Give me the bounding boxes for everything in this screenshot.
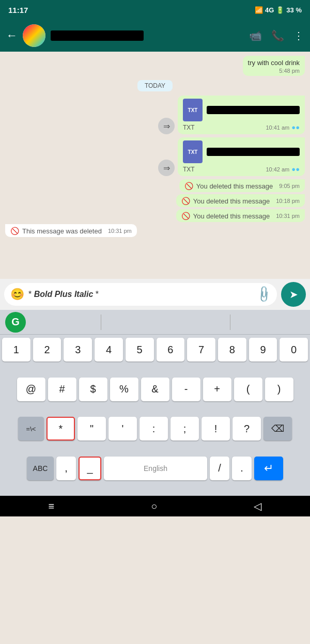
key-percent[interactable]: % [110, 378, 138, 401]
key-period[interactable]: . [232, 457, 252, 480]
key-ampersand[interactable]: & [141, 378, 169, 401]
old-message-text: try with cool drink [248, 59, 300, 67]
key-at[interactable]: @ [17, 378, 45, 401]
key-spacebar[interactable]: English [104, 457, 207, 480]
send-button[interactable]: ➤ [281, 282, 306, 307]
key-underscore[interactable]: _ [79, 457, 101, 480]
key-4[interactable]: 4 [95, 338, 123, 362]
ban-icon-1: 🚫 [184, 182, 193, 190]
key-question[interactable]: ? [233, 417, 261, 441]
header-icons: 📹 📞 ⋮ [249, 29, 304, 42]
bottom-row: ABC , _ English / . ↵ [2, 457, 308, 493]
key-7[interactable]: 7 [187, 338, 215, 362]
status-bar: 11:17 📶 4G 🔋 33 % [0, 0, 310, 20]
forward-icon-1[interactable]: ⇒ [158, 118, 175, 134]
chat-area: try with cool drink 5:48 pm TODAY ⇒ TXT … [0, 52, 310, 279]
key-dollar[interactable]: $ [79, 378, 107, 401]
key-colon[interactable]: : [140, 417, 168, 441]
deleted-received-row: 🚫 This message was deleted 10:31 pm [5, 224, 305, 237]
deleted-text-1: You deleted this message [196, 182, 273, 190]
number-row: 1 2 3 4 5 6 7 8 9 0 [2, 338, 308, 374]
txt-icon-1: TXT [183, 99, 203, 121]
old-message-time: 5:48 pm [248, 68, 300, 74]
key-8[interactable]: 8 [218, 338, 246, 362]
forward-icon-2[interactable]: ⇒ [158, 160, 175, 176]
grammarly-button[interactable]: G [5, 312, 26, 333]
read-ticks-1: ●● [291, 123, 300, 131]
key-exclaim[interactable]: ! [202, 417, 230, 441]
key-comma[interactable]: , [56, 457, 76, 480]
contact-name [51, 30, 144, 41]
key-plus[interactable]: + [203, 378, 231, 401]
deleted-bubble-1: 🚫 You deleted this message 9:05 pm [179, 179, 305, 192]
attach-button[interactable]: 📎 [254, 285, 273, 304]
back-button[interactable]: ← [6, 29, 18, 42]
key-1[interactable]: 1 [2, 338, 30, 362]
avatar[interactable] [23, 24, 45, 47]
key-equals-backslash[interactable]: =\< [18, 417, 44, 441]
key-doublequote[interactable]: " [78, 417, 106, 441]
status-time: 11:17 [8, 6, 28, 14]
deleted-sent-3: 🚫 You deleted this message 10:31 pm [5, 209, 305, 222]
deleted-received-time: 10:31 pm [108, 228, 132, 234]
today-divider: TODAY [5, 80, 305, 91]
key-9[interactable]: 9 [249, 338, 277, 362]
deleted-time-1: 9:05 pm [279, 183, 300, 189]
emoji-button[interactable]: 😊 [10, 288, 24, 301]
key-singlequote[interactable]: ' [109, 417, 137, 441]
today-label: TODAY [137, 80, 173, 91]
key-enter[interactable]: ↵ [254, 457, 283, 480]
deleted-received-text: This message was deleted [22, 227, 102, 235]
voice-call-icon[interactable]: 📞 [271, 29, 284, 42]
video-call-icon[interactable]: 📹 [249, 29, 262, 42]
deleted-bubble-3: 🚫 You deleted this message 10:31 pm [176, 209, 305, 222]
key-semicolon[interactable]: ; [171, 417, 199, 441]
key-openparen[interactable]: ( [234, 378, 262, 401]
ban-icon-2: 🚫 [181, 197, 190, 205]
file-name-2 [207, 148, 300, 156]
key-backspace[interactable]: ⌫ [264, 417, 292, 441]
nav-menu-icon[interactable]: ≡ [49, 500, 55, 512]
nav-back-icon[interactable]: ◁ [254, 500, 261, 512]
keyboard-rows: 1 2 3 4 5 6 7 8 9 0 @ # $ % & - + ( ) =\… [0, 335, 310, 496]
deleted-time-2: 10:18 pm [276, 198, 300, 204]
file-time-2: 10:42 am [266, 166, 289, 172]
key-3[interactable]: 3 [64, 338, 92, 362]
send-icon: ➤ [289, 288, 298, 301]
network-type: 4G [265, 6, 274, 14]
key-abc[interactable]: ABC [27, 457, 54, 480]
file-time-1: 10:41 am [266, 124, 289, 131]
key-6[interactable]: 6 [157, 338, 185, 362]
key-slash[interactable]: / [210, 457, 229, 480]
file-name-1 [207, 106, 300, 114]
toolbar-divider-1 [101, 315, 101, 330]
read-ticks-2: ●● [291, 165, 300, 173]
file-bubble-2: TXT TXT 10:42 am ●● [178, 137, 305, 176]
ban-icon-recv: 🚫 [10, 227, 19, 235]
battery-icon: 🔋 [276, 6, 284, 14]
nav-bar: ≡ ○ ◁ [0, 496, 310, 516]
key-2[interactable]: 2 [33, 338, 61, 362]
key-0[interactable]: 0 [280, 338, 308, 362]
nav-home-icon[interactable]: ○ [151, 500, 157, 512]
input-area: 😊 * Bold Plus Italic * 📎 ➤ [0, 279, 310, 310]
status-right: 📶 4G 🔋 33 % [255, 6, 302, 14]
old-message-row: try with cool drink 5:48 pm [5, 56, 305, 76]
key-5[interactable]: 5 [126, 338, 154, 362]
key-asterisk[interactable]: * [47, 417, 75, 441]
key-closeparen[interactable]: ) [265, 378, 293, 401]
key-hash[interactable]: # [48, 378, 76, 401]
message-input[interactable]: * Bold Plus Italic * [28, 290, 253, 299]
key-dash[interactable]: - [172, 378, 200, 401]
file-type-1: TXT [183, 124, 195, 131]
old-message-bubble: try with cool drink 5:48 pm [243, 56, 305, 76]
grammarly-label: G [11, 316, 20, 328]
deleted-received-bubble: 🚫 This message was deleted 10:31 pm [5, 224, 137, 237]
battery-level: 33 % [286, 6, 302, 14]
ban-icon-3: 🚫 [181, 212, 190, 220]
deleted-time-3: 10:31 pm [276, 213, 300, 219]
more-options-icon[interactable]: ⋮ [293, 29, 304, 42]
keyboard: G 1 2 3 4 5 6 7 8 9 0 @ # $ % & - + [0, 310, 310, 496]
input-box[interactable]: 😊 * Bold Plus Italic * 📎 [4, 283, 277, 306]
signal-icon: 📶 [255, 6, 263, 14]
